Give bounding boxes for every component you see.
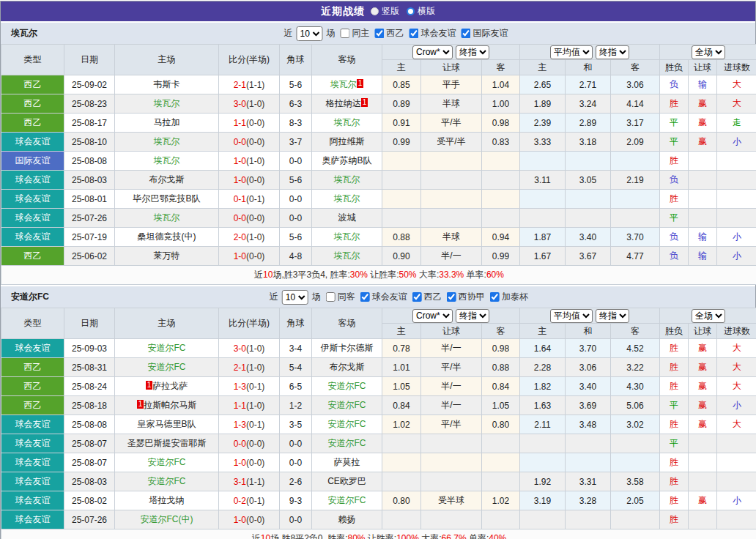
team-name: 塔拉戈纳 — [149, 495, 185, 505]
team-name: 韦斯卡 — [154, 79, 180, 89]
match-date: 25-09-02 — [64, 75, 115, 94]
final-odds-select-2[interactable]: 终指 — [596, 309, 629, 323]
handicap-away-odds: 0.83 — [482, 133, 520, 152]
competition-filter[interactable]: 西乙 — [410, 291, 442, 303]
match-score: 0-0(0-0) — [219, 434, 280, 453]
competition-filter[interactable]: 球会友谊 — [357, 291, 407, 303]
competition-checkbox[interactable] — [374, 29, 384, 38]
away-team: 安道尔FC — [312, 396, 382, 415]
bookmaker-select[interactable]: Crow* — [412, 309, 453, 323]
competition-checkbox[interactable] — [360, 292, 370, 302]
fulltime-score: 0-0 — [234, 137, 246, 147]
away-team: 埃瓦尔 — [312, 171, 382, 190]
section-header: 安道尔FC 近10场同客球会友谊西乙西协甲加泰杯 — [1, 285, 755, 308]
final-odds-select[interactable]: 终指 — [456, 309, 489, 323]
corner-count: 6-3 — [280, 94, 312, 114]
bookmaker-select[interactable]: Crow* — [412, 45, 453, 59]
avg-draw-odds: 3.24 — [566, 94, 611, 114]
avg-home-odds: 3.19 — [520, 491, 566, 510]
competition-filter[interactable]: 西协甲 — [444, 291, 485, 303]
home-team: 毕尔巴鄂竞技B队 — [115, 190, 219, 209]
layout-option-horizontal[interactable]: 横版 — [407, 5, 435, 18]
col-result: 胜负 — [660, 324, 689, 339]
summary-segment: 单率: — [464, 270, 486, 280]
filter-bar: 近10场同客球会友谊西乙西协甲加泰杯 — [270, 290, 528, 305]
corner-count: 0-0 — [280, 152, 312, 171]
match-count-select[interactable]: 10 — [282, 290, 308, 305]
summary-segment: 让胜率: — [366, 533, 397, 539]
corner-count: 3-7 — [280, 133, 312, 152]
competition-filter[interactable]: 球会友谊 — [406, 27, 456, 40]
competition-checkbox[interactable] — [461, 29, 470, 38]
goals-outcome: 小 — [717, 228, 756, 247]
halftime-score: (1-0) — [246, 99, 264, 109]
avg-home-odds — [520, 434, 566, 453]
col-avg-home: 主 — [520, 60, 566, 75]
avg-home-odds — [520, 152, 566, 171]
handicap-home-odds: 1.05 — [382, 377, 421, 396]
team-name: 埃瓦尔 — [154, 155, 180, 166]
halftime-score: (0-0) — [246, 458, 264, 468]
result-outcome: 平 — [660, 396, 689, 415]
competition-label: 西乙 — [386, 27, 404, 40]
fulltime-score: 1-3 — [234, 420, 246, 430]
competition-checkbox[interactable] — [490, 292, 500, 302]
goals-outcome: 大 — [717, 415, 756, 434]
goals-outcome — [717, 510, 756, 529]
layout-option-vertical[interactable]: 竖版 — [371, 5, 399, 18]
match-count-select[interactable]: 10 — [296, 26, 322, 41]
avg-home-odds — [520, 190, 566, 209]
competition-label: 国际友谊 — [472, 27, 508, 40]
col-goals: 进球数 — [717, 324, 756, 339]
match-date: 25-08-02 — [64, 491, 115, 510]
average-select[interactable]: 平均值 — [550, 45, 593, 59]
same-venue-filter[interactable]: 同客 — [323, 291, 355, 303]
red-card-badge: 1 — [357, 79, 364, 88]
handicap-home-odds: 0.90 — [382, 247, 421, 266]
handicap-home-odds: 0.89 — [382, 94, 421, 114]
handicap-line — [421, 209, 482, 228]
col-home: 主场 — [115, 308, 219, 339]
same-venue-filter[interactable]: 同主 — [337, 27, 369, 40]
final-odds-select[interactable]: 终指 — [456, 45, 489, 59]
handicap-line: 平手 — [421, 75, 482, 94]
competition-checkbox[interactable] — [409, 29, 418, 38]
match-score: 3-0(1-0) — [219, 339, 280, 358]
fulltime-score: 0-0 — [234, 439, 246, 449]
competition-checkbox[interactable] — [447, 292, 456, 302]
final-odds-select-2[interactable]: 终指 — [596, 45, 629, 59]
col-type: 类型 — [1, 308, 64, 339]
home-team: 埃瓦尔 — [115, 152, 219, 171]
team-name: 圣瑟巴斯提安雷耶斯 — [127, 438, 207, 448]
avg-draw-odds — [566, 152, 611, 171]
handicap-outcome — [689, 152, 717, 171]
table-row: 西乙25-08-241萨拉戈萨1-3(0-1)6-5安道尔FC1.05半/一0.… — [1, 377, 756, 396]
match-type-badge: 球会友谊 — [1, 415, 64, 434]
col-let-home: 主 — [382, 60, 421, 75]
competition-label: 西乙 — [424, 291, 442, 303]
competition-checkbox[interactable] — [412, 292, 422, 302]
table-row: 球会友谊25-08-07圣瑟巴斯提安雷耶斯0-0(0-0)0-0安道尔FC平 — [1, 434, 756, 453]
handicap-away-odds: 0.99 — [482, 247, 520, 266]
home-team: 安道尔FC — [115, 358, 219, 377]
halftime-score: (1-1) — [246, 477, 264, 487]
fulltime-score: 1-0 — [234, 458, 246, 468]
same-venue-checkbox[interactable] — [340, 29, 349, 38]
fulltime-score: 3-0 — [234, 99, 246, 109]
handicap-outcome: 赢 — [689, 339, 717, 358]
avg-draw-odds: 3.05 — [566, 171, 611, 190]
competition-filter[interactable]: 加泰杯 — [487, 291, 528, 303]
match-score: 2-1(1-0) — [219, 358, 280, 377]
average-select[interactable]: 平均值 — [550, 309, 593, 323]
competition-filter[interactable]: 国际友谊 — [458, 27, 508, 40]
scope-select[interactable]: 全场 — [692, 45, 725, 59]
halftime-score: (1-0) — [246, 343, 264, 354]
competition-label: 加泰杯 — [502, 291, 528, 303]
col-corner: 角球 — [280, 45, 312, 75]
result-outcome: 负 — [660, 171, 689, 190]
avg-home-odds: 1.64 — [520, 339, 566, 358]
same-venue-checkbox[interactable] — [326, 292, 336, 302]
scope-select[interactable]: 全场 — [692, 309, 725, 323]
competition-filter[interactable]: 西乙 — [371, 27, 404, 40]
avg-draw-odds — [566, 190, 611, 209]
